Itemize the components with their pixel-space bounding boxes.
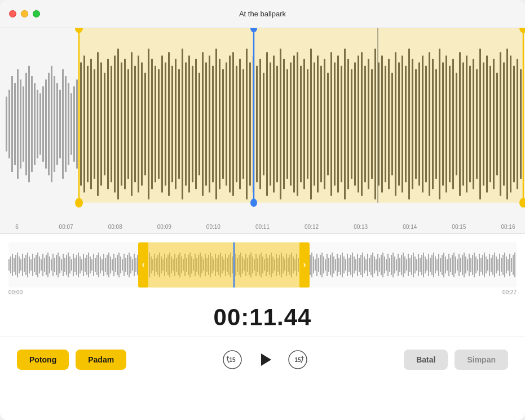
svg-rect-157 [79, 28, 523, 203]
svg-rect-1 [8, 90, 10, 158]
close-button[interactable] [9, 10, 16, 17]
time-label-12: 00:12 [303, 224, 320, 230]
svg-rect-174 [19, 257, 20, 273]
svg-rect-416 [428, 254, 429, 276]
svg-rect-23 [70, 93, 72, 154]
svg-rect-359 [332, 253, 333, 277]
svg-rect-176 [22, 254, 23, 276]
svg-rect-457 [497, 259, 498, 271]
svg-rect-436 [462, 255, 463, 275]
save-button[interactable]: Simpan [455, 350, 508, 370]
svg-rect-389 [382, 253, 383, 277]
mini-end-time: 00:27 [502, 289, 517, 295]
svg-rect-405 [409, 258, 411, 272]
svg-text:›: › [303, 260, 306, 269]
svg-rect-463 [508, 259, 509, 271]
svg-rect-391 [386, 259, 387, 271]
svg-rect-438 [465, 257, 466, 273]
svg-rect-187 [41, 259, 42, 271]
svg-rect-2 [11, 76, 13, 172]
svg-rect-418 [431, 255, 433, 275]
svg-rect-224 [103, 254, 104, 276]
svg-rect-464 [509, 254, 510, 276]
toolbar: Potong Padam 15 [0, 337, 525, 382]
maximize-button[interactable] [33, 10, 40, 17]
mini-bars: ‹ › [8, 242, 517, 288]
svg-rect-411 [420, 258, 421, 272]
svg-rect-401 [403, 253, 404, 277]
svg-rect-431 [453, 253, 455, 277]
svg-rect-458 [499, 254, 500, 276]
svg-rect-390 [384, 257, 385, 273]
svg-rect-360 [333, 257, 334, 273]
svg-rect-16 [51, 66, 52, 182]
svg-rect-244 [137, 255, 138, 275]
svg-rect-351 [318, 258, 319, 272]
waveform-svg-top [0, 28, 525, 220]
svg-rect-175 [20, 259, 21, 271]
svg-rect-24 [73, 86, 75, 162]
svg-rect-217 [91, 259, 92, 271]
forward-button[interactable]: 15 [287, 349, 308, 370]
svg-rect-397 [396, 259, 397, 271]
svg-rect-169 [10, 257, 11, 273]
svg-rect-409 [416, 259, 417, 271]
play-button[interactable] [254, 349, 276, 370]
svg-rect-238 [127, 255, 128, 275]
svg-rect-371 [352, 253, 353, 277]
svg-rect-18 [56, 83, 58, 165]
svg-rect-346 [310, 255, 311, 275]
mini-start-time: 00:00 [8, 289, 23, 295]
svg-rect-434 [458, 254, 460, 276]
trim-button[interactable]: Potong [17, 350, 69, 370]
time-label-16: 00:16 [500, 224, 517, 230]
svg-rect-5 [20, 79, 21, 169]
toolbar-left: Potong Padam [17, 350, 126, 370]
svg-rect-466 [513, 255, 514, 275]
svg-rect-353 [321, 253, 323, 277]
svg-rect-349 [315, 259, 316, 271]
svg-rect-378 [364, 257, 365, 273]
svg-rect-413 [423, 253, 424, 277]
svg-rect-348 [313, 257, 314, 273]
waveform-top[interactable] [0, 28, 525, 220]
svg-rect-20 [62, 69, 64, 179]
svg-rect-240 [130, 257, 131, 273]
svg-rect-398 [398, 254, 399, 276]
cancel-button[interactable]: Batal [404, 350, 448, 370]
svg-rect-448 [482, 255, 483, 275]
svg-rect-172 [15, 255, 16, 275]
svg-rect-6 [23, 86, 24, 162]
svg-rect-453 [491, 258, 492, 272]
svg-rect-195 [54, 258, 55, 272]
svg-rect-430 [452, 255, 453, 275]
svg-rect-450 [486, 257, 487, 273]
window-title: At the ballpark [239, 10, 286, 18]
svg-rect-465 [511, 258, 512, 272]
svg-rect-227 [108, 253, 109, 277]
play-icon [254, 349, 276, 370]
svg-rect-408 [414, 257, 416, 273]
svg-rect-380 [367, 254, 368, 276]
time-ruler: 6 00:07 00:08 00:09 00:10 00:11 00:12 00… [0, 220, 525, 234]
svg-rect-0 [6, 96, 7, 151]
svg-rect-207 [74, 258, 76, 272]
svg-rect-379 [365, 259, 367, 271]
svg-rect-192 [49, 257, 50, 273]
svg-rect-369 [348, 258, 350, 272]
toolbar-right: Batal Simpan [404, 350, 508, 370]
svg-rect-385 [376, 259, 377, 271]
svg-rect-447 [480, 258, 482, 272]
svg-rect-402 [404, 257, 405, 273]
svg-rect-233 [118, 253, 120, 277]
minimize-button[interactable] [21, 10, 28, 17]
svg-point-166 [250, 198, 257, 207]
svg-rect-216 [90, 257, 91, 273]
waveform-mini[interactable]: // Generated in SVG text nodes approach … [8, 242, 517, 288]
svg-rect-186 [39, 257, 40, 273]
delete-button[interactable]: Padam [76, 350, 126, 370]
svg-text:15: 15 [295, 357, 302, 363]
svg-rect-201 [64, 258, 65, 272]
rewind-button[interactable]: 15 [222, 349, 243, 370]
svg-rect-399 [399, 258, 400, 272]
